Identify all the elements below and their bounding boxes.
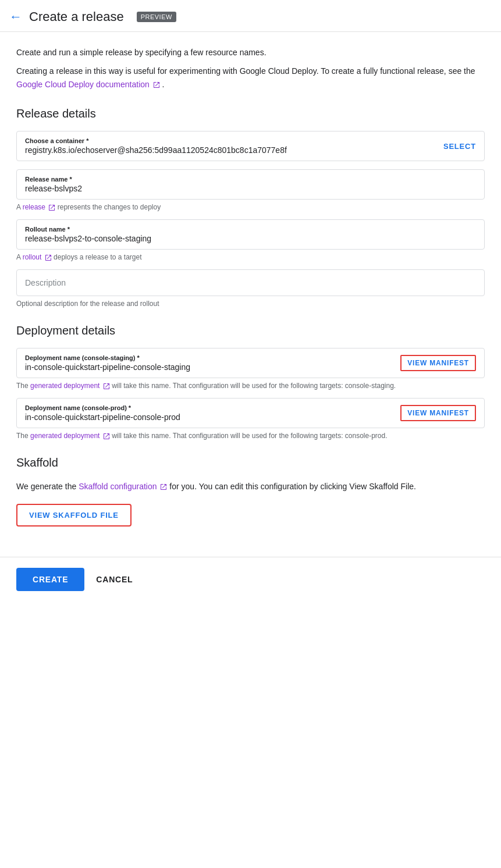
- rollout-name-input[interactable]: [25, 234, 476, 243]
- release-details-title: Release details: [16, 107, 485, 120]
- intro-line2: Creating a release in this way is useful…: [16, 65, 485, 91]
- skaffold-ext-icon: [160, 483, 167, 490]
- prod-ext-icon: [103, 433, 110, 440]
- description-placeholder: Description: [25, 278, 66, 287]
- container-field-group: Choose a container * SELECT: [16, 131, 485, 161]
- main-content: Create and run a simple release by speci…: [0, 32, 501, 557]
- view-manifest-staging-button[interactable]: VIEW MANIFEST: [400, 355, 476, 371]
- prod-generated-deployment-link[interactable]: generated deployment: [30, 432, 112, 440]
- cancel-button[interactable]: CANCEL: [96, 575, 133, 584]
- gcd-docs-link[interactable]: Google Cloud Deploy documentation: [16, 80, 162, 89]
- skaffold-title: Skaffold: [16, 456, 485, 469]
- staging-deployment-label: Deployment name (console-staging) *: [25, 354, 392, 361]
- description-hint: Optional description for the release and…: [16, 300, 485, 308]
- release-link[interactable]: release: [23, 203, 58, 211]
- staging-deployment-input[interactable]: [25, 362, 392, 372]
- release-name-field-group: Release name *: [16, 169, 485, 200]
- page-title: Create a release: [29, 9, 124, 24]
- prod-deployment-hint: The generated deployment will take this …: [16, 432, 485, 440]
- prod-deployment-field-group: Deployment name (console-prod) * VIEW MA…: [16, 398, 485, 428]
- staging-generated-deployment-link[interactable]: generated deployment: [30, 382, 112, 390]
- rollout-name-field-group: Rollout name *: [16, 219, 485, 250]
- skaffold-intro: We generate the Skaffold configuration f…: [16, 480, 485, 493]
- prod-deployment-label: Deployment name (console-prod) *: [25, 404, 392, 411]
- container-input[interactable]: [25, 145, 434, 155]
- description-field-group: Description: [16, 269, 485, 296]
- rollout-name-hint: A rollout deploys a release to a target: [16, 253, 485, 261]
- release-ext-icon: [48, 204, 55, 211]
- preview-badge: PREVIEW: [137, 12, 176, 22]
- back-button[interactable]: ←: [9, 10, 22, 23]
- deployment-details-title: Deployment details: [16, 324, 485, 337]
- staging-deployment-hint: The generated deployment will take this …: [16, 382, 485, 390]
- intro-line1: Create and run a simple release by speci…: [16, 46, 485, 59]
- rollout-link[interactable]: rollout: [23, 253, 54, 261]
- view-manifest-prod-button[interactable]: VIEW MANIFEST: [400, 405, 476, 421]
- release-name-input[interactable]: [25, 184, 476, 193]
- page-header: ← Create a release PREVIEW: [0, 0, 501, 32]
- select-container-button[interactable]: SELECT: [443, 142, 476, 151]
- release-name-hint: A release represents the changes to depl…: [16, 203, 485, 211]
- create-button[interactable]: CREATE: [16, 568, 84, 591]
- release-name-label: Release name *: [25, 176, 476, 183]
- staging-ext-icon: [103, 383, 110, 390]
- view-skaffold-file-button[interactable]: VIEW SKAFFOLD FILE: [16, 504, 132, 527]
- rollout-name-label: Rollout name *: [25, 226, 476, 233]
- external-link-icon: [153, 81, 160, 88]
- staging-deployment-field-group: Deployment name (console-staging) * VIEW…: [16, 348, 485, 378]
- container-label: Choose a container *: [25, 137, 434, 144]
- skaffold-config-link[interactable]: Skaffold configuration: [79, 482, 169, 491]
- prod-deployment-input[interactable]: [25, 412, 392, 422]
- footer-actions: CREATE CANCEL: [0, 557, 501, 602]
- rollout-ext-icon: [45, 254, 52, 261]
